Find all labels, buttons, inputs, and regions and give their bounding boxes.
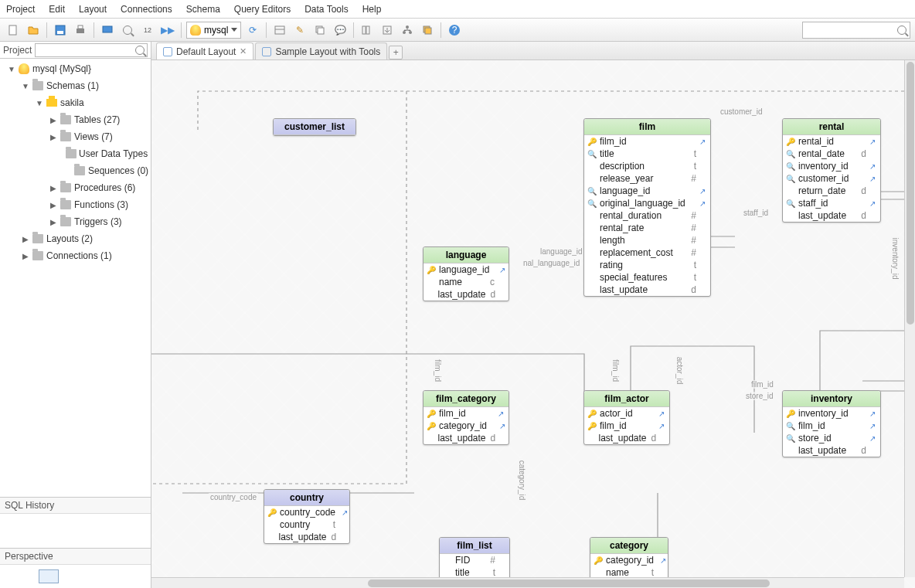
table-icon[interactable] <box>271 22 288 39</box>
menu-project[interactable]: Project <box>6 4 35 15</box>
column-row[interactable]: last_updated <box>783 444 880 457</box>
column-row[interactable]: 🔑film_id↗ <box>423 407 509 420</box>
entity-header[interactable]: film <box>584 119 710 135</box>
column-row[interactable]: 🔑country_code↗ <box>264 506 349 518</box>
toolbar-search[interactable] <box>802 22 910 39</box>
column-row[interactable]: ratingt <box>584 259 710 271</box>
open-folder-icon[interactable] <box>25 22 42 39</box>
tree-node[interactable]: Sequences (0) <box>0 162 151 179</box>
entity-film_actor[interactable]: film_actor🔑actor_id↗🔑film_id↗last_update… <box>583 390 670 445</box>
close-icon[interactable]: ✕ <box>240 46 247 56</box>
tree-node[interactable]: ▼sakila <box>0 94 151 111</box>
column-row[interactable]: 🔍language_id↗ <box>584 185 710 197</box>
column-row[interactable]: 🔑film_id↗ <box>584 135 710 148</box>
entity-customer_list[interactable]: customer_list <box>273 118 356 136</box>
grid-size-icon[interactable]: 12 <box>139 22 156 39</box>
perspective-title[interactable]: Perspective <box>0 549 151 565</box>
column-row[interactable]: last_updated <box>264 531 349 543</box>
save-icon[interactable] <box>52 22 69 39</box>
fast-forward-icon[interactable]: ▶▶ <box>159 22 176 39</box>
column-row[interactable]: 🔍inventory_id↗ <box>783 160 880 172</box>
tree-node[interactable]: ▶Connections (1) <box>0 247 151 264</box>
column-row[interactable]: return_dated <box>783 185 880 197</box>
entity-header[interactable]: country <box>264 490 349 506</box>
menu-connections[interactable]: Connections <box>121 4 172 15</box>
menu-help[interactable]: Help <box>362 4 382 15</box>
entity-film_category[interactable]: film_category🔑film_id↗🔑category_id↗last_… <box>423 390 509 445</box>
hierarchy-icon[interactable] <box>399 22 416 39</box>
chat-icon[interactable]: 💬 <box>332 22 349 39</box>
column-row[interactable]: FID# <box>440 554 509 566</box>
entity-header[interactable]: customer_list <box>274 119 355 135</box>
er-diagram-canvas[interactable]: customer_idstaff_idlanguage_idnal_langua… <box>151 60 915 588</box>
monitor-icon[interactable] <box>99 22 116 39</box>
tab-default-layout[interactable]: Default Layout✕ <box>156 42 253 59</box>
column-row[interactable]: countryt <box>264 518 349 531</box>
entity-language[interactable]: language🔑language_id↗nameclast_updated <box>423 246 509 301</box>
column-row[interactable]: 🔍staff_id↗ <box>783 197 880 209</box>
layers-icon[interactable] <box>419 22 436 39</box>
menu-edit[interactable]: Edit <box>49 4 65 15</box>
entity-film[interactable]: film🔑film_id↗🔍titletdescriptiontrelease_… <box>583 118 711 297</box>
tree-node[interactable]: ▶Procedures (6) <box>0 179 151 196</box>
column-row[interactable]: namec <box>423 276 509 288</box>
menu-query-editors[interactable]: Query Editors <box>234 4 291 15</box>
entity-header[interactable]: language <box>423 247 509 263</box>
print-icon[interactable] <box>72 22 89 39</box>
menu-layout[interactable]: Layout <box>79 4 107 15</box>
column-row[interactable]: last_updated <box>423 288 509 301</box>
help-icon[interactable]: ? <box>446 22 463 39</box>
column-row[interactable]: length# <box>584 234 710 246</box>
entity-header[interactable]: film_list <box>440 538 509 554</box>
entity-country[interactable]: country🔑country_code↗countrytlast_update… <box>264 489 350 544</box>
column-row[interactable]: rental_duration# <box>584 209 710 222</box>
column-row[interactable]: 🔑rental_id↗ <box>783 135 880 148</box>
column-row[interactable]: special_featurest <box>584 271 710 284</box>
column-row[interactable]: last_updated <box>423 432 509 444</box>
export-icon[interactable] <box>379 22 396 39</box>
tree-node[interactable]: ▶Views (7) <box>0 128 151 145</box>
zoom-icon[interactable] <box>119 22 136 39</box>
column-row[interactable]: 🔑film_id↗ <box>584 420 669 432</box>
tree-node[interactable]: ▶Functions (3) <box>0 196 151 213</box>
entity-header[interactable]: rental <box>783 119 880 135</box>
tree-node[interactable]: ▶Tables (27) <box>0 111 151 128</box>
entity-header[interactable]: category <box>590 538 668 554</box>
tree-node[interactable]: ▼Schemas (1) <box>0 77 151 94</box>
perspective-thumbnail[interactable] <box>39 569 59 583</box>
entity-rental[interactable]: rental🔑rental_id↗🔍rental_dated🔍inventory… <box>782 118 881 223</box>
column-row[interactable]: 🔍titlet <box>584 148 710 160</box>
column-row[interactable]: 🔑category_id↗ <box>423 420 509 432</box>
menu-data-tools[interactable]: Data Tools <box>304 4 348 15</box>
horizontal-scrollbar[interactable] <box>151 577 904 588</box>
copy-icon[interactable] <box>311 22 328 39</box>
column-row[interactable]: 🔑actor_id↗ <box>584 407 669 420</box>
tree-node[interactable]: ▶Layouts (2) <box>0 230 151 247</box>
add-tab-button[interactable]: + <box>389 46 403 59</box>
column-row[interactable]: last_updated <box>783 209 880 222</box>
tab-sample-layout[interactable]: Sample Layout with Tools <box>255 42 387 59</box>
column-row[interactable]: 🔑language_id↗ <box>423 263 509 276</box>
column-row[interactable]: 🔍original_language_id↗ <box>584 197 710 209</box>
column-row[interactable]: replacement_cost# <box>584 246 710 259</box>
columns-icon[interactable] <box>359 22 376 39</box>
connection-combo[interactable]: mysql <box>186 22 241 39</box>
column-row[interactable]: 🔍store_id↗ <box>783 432 880 444</box>
column-row[interactable]: last_updated <box>584 284 710 296</box>
vertical-scrollbar[interactable] <box>904 60 915 577</box>
tree-node[interactable]: ▼mysql {MySql} <box>0 60 151 77</box>
column-row[interactable]: rental_rate# <box>584 222 710 234</box>
column-row[interactable]: 🔍rental_dated <box>783 148 880 160</box>
tree-node[interactable]: ▶Triggers (3) <box>0 213 151 230</box>
column-row[interactable]: descriptiont <box>584 160 710 172</box>
tree-node[interactable]: User Data Types (0) <box>0 145 151 162</box>
column-row[interactable]: 🔍customer_id↗ <box>783 172 880 185</box>
pencil-icon[interactable]: ✎ <box>291 22 308 39</box>
entity-header[interactable]: inventory <box>783 391 880 407</box>
column-row[interactable]: 🔑category_id↗ <box>590 554 668 566</box>
entity-header[interactable]: film_category <box>423 391 509 407</box>
column-row[interactable]: release_year# <box>584 172 710 185</box>
entity-inventory[interactable]: inventory🔑inventory_id↗🔍film_id↗🔍store_i… <box>782 390 881 457</box>
refresh-icon[interactable]: ⟳ <box>244 22 261 39</box>
column-row[interactable]: last_updated <box>584 432 669 444</box>
